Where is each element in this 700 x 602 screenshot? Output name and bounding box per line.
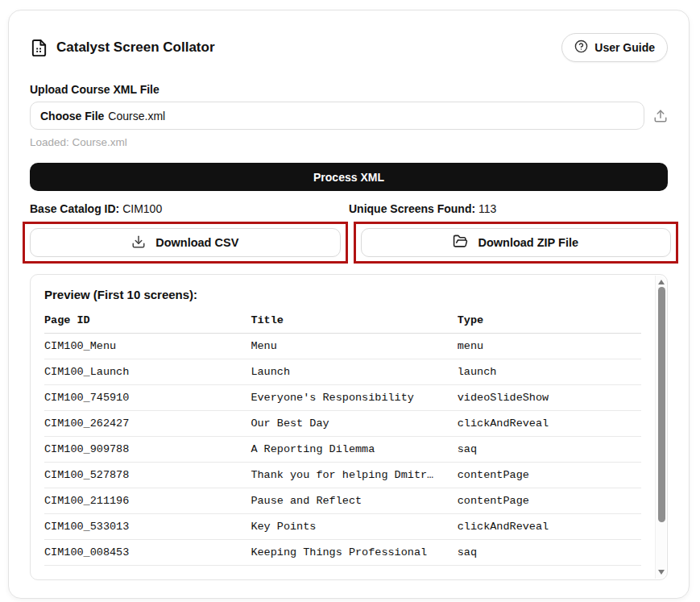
cell-page-id: CIM100_Launch [44, 359, 251, 384]
page-title: Catalyst Screen Collator [30, 39, 215, 57]
cell-page-id: CIM100_211196 [44, 488, 251, 513]
cell-page-id: CIM100_008453 [44, 540, 251, 565]
zip-annotation-box: Download ZIP File [354, 222, 679, 264]
cell-page-id: CIM100_909788 [44, 437, 251, 462]
question-circle-icon [574, 39, 588, 56]
cell-title: Everyone's Responsibility [251, 385, 457, 410]
user-guide-label: User Guide [594, 41, 655, 54]
screens-found-label: Unique Screens Found: [349, 202, 478, 215]
cell-title: Menu [251, 334, 457, 359]
header: Catalyst Screen Collator User Guide [30, 33, 668, 62]
cell-title: Key Points [251, 514, 457, 539]
upload-icon[interactable] [653, 109, 668, 123]
download-icon [131, 235, 146, 251]
base-catalog-label: Base Catalog ID: [30, 202, 122, 215]
preview-panel: Preview (First 10 screens): Page ID Titl… [30, 274, 668, 580]
preview-table-body: CIM100_Menu Menu menu CIM100_Launch Laun… [44, 334, 641, 566]
cell-title: A Reporting Dilemma [251, 437, 457, 462]
preview-table: Page ID Title Type CIM100_Menu Menu menu… [44, 308, 641, 566]
col-header-page-id: Page ID [44, 308, 251, 333]
app-card: Catalyst Screen Collator User Guide Uplo… [8, 10, 690, 599]
table-row: CIM100_Launch Launch launch [44, 359, 641, 385]
cell-page-id: CIM100_533013 [44, 514, 251, 539]
table-row: CIM100_533013 Key Points clickAndReveal [44, 514, 641, 540]
cell-page-id: CIM100_262427 [44, 411, 251, 436]
cell-title: Keeping Things Professional [251, 540, 457, 565]
col-header-type: Type [458, 308, 641, 333]
cell-page-id: CIM100_Menu [44, 334, 251, 359]
download-csv-button[interactable]: Download CSV [30, 228, 341, 257]
base-catalog-stat: Base Catalog ID: CIM100 [30, 202, 349, 215]
scroll-down-arrow-icon[interactable] [658, 570, 665, 575]
table-row: CIM100_262427 Our Best Day clickAndRevea… [44, 411, 641, 437]
download-zip-button[interactable]: Download ZIP File [361, 228, 672, 257]
screens-found-stat: Unique Screens Found: 113 [349, 202, 668, 215]
cell-title: Pause and Reflect [251, 488, 457, 513]
cell-type: launch [458, 359, 641, 384]
scroll-thumb[interactable] [658, 287, 665, 522]
preview-heading: Preview (First 10 screens): [44, 288, 641, 301]
cell-type: clickAndReveal [458, 514, 641, 539]
cell-type: videoSlideShow [458, 385, 641, 410]
cell-title: Thank you for helping Dmitr… [251, 463, 457, 488]
scrollbar[interactable] [655, 276, 666, 579]
base-catalog-value: CIM100 [122, 202, 162, 215]
file-spreadsheet-icon [30, 39, 48, 57]
table-row: CIM100_745910 Everyone's Responsibility … [44, 385, 641, 411]
cell-type: menu [458, 334, 641, 359]
cell-type: contentPage [458, 488, 641, 513]
upload-section-label: Upload Course XML File [30, 83, 668, 96]
process-xml-button[interactable]: Process XML [30, 163, 668, 191]
cell-page-id: CIM100_527878 [44, 463, 251, 488]
cell-type: saq [458, 540, 641, 565]
user-guide-button[interactable]: User Guide [561, 33, 668, 62]
cell-type: clickAndReveal [458, 411, 641, 436]
table-header-row: Page ID Title Type [44, 308, 641, 334]
loaded-status: Loaded: Course.xml [30, 136, 668, 148]
download-row: Download CSV Download ZIP File [23, 222, 678, 264]
file-input[interactable]: Choose File Course.xml [30, 102, 644, 130]
folder-open-icon [453, 234, 468, 251]
stats-row: Base Catalog ID: CIM100 Unique Screens F… [30, 202, 668, 215]
table-row: CIM100_909788 A Reporting Dilemma saq [44, 437, 641, 463]
cell-page-id: CIM100_745910 [44, 385, 251, 410]
table-row: CIM100_527878 Thank you for helping Dmit… [44, 463, 641, 488]
file-name-value: Course.xml [108, 110, 165, 122]
csv-annotation-box: Download CSV [23, 222, 348, 264]
cell-title: Launch [251, 359, 457, 384]
table-row: CIM100_Menu Menu menu [44, 334, 641, 359]
col-header-title: Title [251, 308, 457, 333]
cell-type: contentPage [458, 463, 641, 488]
table-row: CIM100_211196 Pause and Reflect contentP… [44, 488, 641, 514]
cell-title: Our Best Day [251, 411, 457, 436]
page-title-label: Catalyst Screen Collator [56, 39, 215, 56]
file-upload-row: Choose File Course.xml [30, 102, 668, 130]
download-zip-label: Download ZIP File [478, 236, 578, 249]
cell-type: saq [458, 437, 641, 462]
scroll-up-arrow-icon[interactable] [658, 280, 665, 284]
choose-file-label: Choose File [40, 110, 104, 122]
table-row: CIM100_008453 Keeping Things Professiona… [44, 540, 641, 566]
screens-found-value: 113 [478, 202, 496, 215]
download-csv-label: Download CSV [155, 236, 238, 249]
